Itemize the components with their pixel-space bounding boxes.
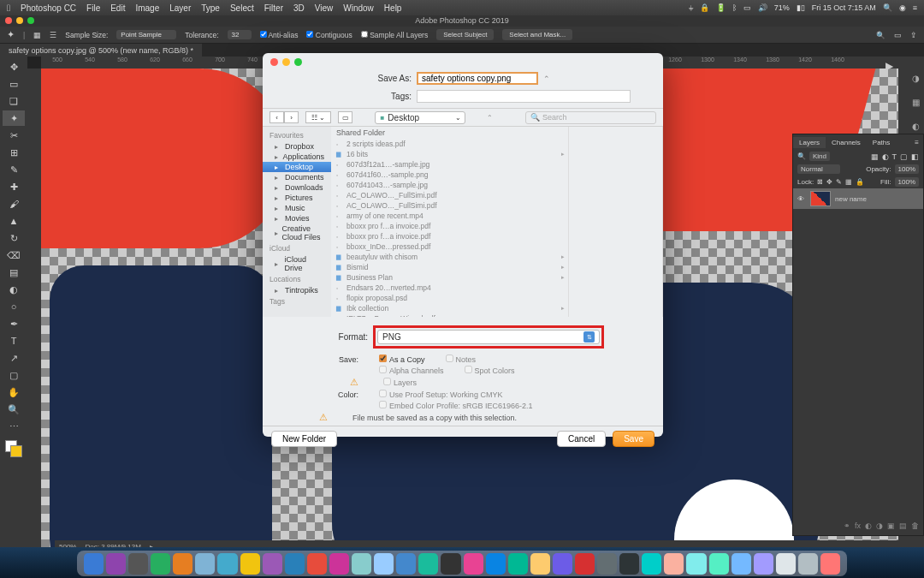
- file-item[interactable]: ▫army of one recent.mp4: [331, 211, 568, 221]
- location-select[interactable]: ■ Desktop: [375, 111, 465, 124]
- pen-tool[interactable]: ✒: [3, 316, 25, 331]
- document-tab[interactable]: safety options copy.jpg @ 500% (new name…: [0, 44, 202, 57]
- dock-app-icon[interactable]: [151, 553, 170, 575]
- stamp-tool[interactable]: ▲: [3, 213, 25, 229]
- dock-app-icon[interactable]: [106, 553, 126, 575]
- select-subject-button[interactable]: Select Subject: [436, 29, 494, 40]
- filter-smart-icon[interactable]: ◧: [911, 152, 919, 161]
- shape-tool[interactable]: ▢: [3, 367, 25, 383]
- file-item[interactable]: ▆beautyluv with chisom▸: [331, 252, 568, 262]
- marquee-tool[interactable]: ▭: [3, 76, 25, 92]
- dock-app-icon[interactable]: [709, 553, 729, 575]
- gradient-tool[interactable]: ▤: [3, 265, 25, 280]
- crop-tool[interactable]: ✂: [3, 128, 25, 143]
- edit-toolbar[interactable]: ⋯: [3, 419, 25, 434]
- sidebar-item[interactable]: ▸Tintropiks: [263, 285, 331, 295]
- file-item[interactable]: ▫AC_OLAWO…_FullSimi.pdf: [331, 190, 568, 200]
- dock-app-icon[interactable]: [418, 553, 438, 575]
- dock-app-icon[interactable]: [464, 553, 483, 575]
- paths-tab[interactable]: Paths: [867, 137, 896, 148]
- zoom-tool[interactable]: 🔍: [3, 402, 25, 417]
- move-tool[interactable]: ✥: [3, 59, 25, 74]
- cancel-button[interactable]: Cancel: [557, 431, 606, 447]
- dialog-minimize-button[interactable]: [282, 58, 290, 66]
- file-item[interactable]: ▫flopix proposal.psd: [331, 293, 568, 303]
- view-mode-select[interactable]: ☷ ⌄: [305, 111, 331, 123]
- type-tool[interactable]: T: [3, 333, 25, 349]
- file-item[interactable]: ▫2 scripts ideas.pdf: [331, 139, 568, 149]
- format-select[interactable]: PNG ⇅: [377, 330, 600, 344]
- battery-icon[interactable]: 🔋: [716, 3, 726, 12]
- sidebar-item[interactable]: ▸Desktop: [263, 162, 331, 172]
- sidebar-item[interactable]: ▸Movies: [263, 213, 331, 223]
- sidebar-item[interactable]: ▸Creative Cloud Files: [263, 223, 331, 242]
- filter-adjust-icon[interactable]: ◐: [882, 152, 889, 161]
- dock-app-icon[interactable]: [820, 553, 840, 575]
- collapse-arrow-icon[interactable]: ⌃: [487, 114, 493, 122]
- filter-pixel-icon[interactable]: ▦: [871, 152, 879, 161]
- lock-position-icon[interactable]: ✥: [826, 178, 832, 186]
- menubar-clock[interactable]: Fri 15 Oct 7:15 AM: [812, 3, 876, 12]
- dock-app-icon[interactable]: [352, 553, 371, 575]
- file-item[interactable]: ▫bboxx pro f…a invoice.pdf: [331, 231, 568, 241]
- new-folder-button[interactable]: New Folder: [271, 431, 337, 447]
- fill-adj-icon[interactable]: ◑: [876, 521, 883, 533]
- dock-app-icon[interactable]: [754, 553, 773, 575]
- lock-pixels-icon[interactable]: ✎: [836, 178, 842, 186]
- visibility-toggle-icon[interactable]: 👁: [797, 195, 806, 203]
- dock-app-icon[interactable]: [553, 553, 572, 575]
- menu-3d[interactable]: 3D: [293, 3, 305, 13]
- dock-app-icon[interactable]: [575, 553, 595, 575]
- save-button[interactable]: Save: [613, 431, 654, 447]
- file-item[interactable]: ▫Endsars 20…nverted.mp4: [331, 283, 568, 293]
- minimize-window-button[interactable]: [16, 17, 23, 24]
- sound-icon[interactable]: 🔊: [758, 3, 767, 12]
- file-column-2[interactable]: [569, 127, 663, 317]
- menu-file[interactable]: File: [86, 3, 100, 13]
- dock-app-icon[interactable]: [732, 553, 751, 575]
- expand-arrow-icon[interactable]: ⌃: [543, 74, 550, 83]
- notifications-icon[interactable]: ≡: [913, 3, 917, 12]
- hand-tool[interactable]: ✋: [3, 384, 25, 400]
- history-brush-tool[interactable]: ↻: [3, 230, 25, 246]
- fx-icon[interactable]: fx: [855, 521, 861, 533]
- healing-tool[interactable]: ✚: [3, 179, 25, 194]
- lasso-tool[interactable]: ❏: [3, 93, 25, 109]
- menu-help[interactable]: Help: [384, 3, 402, 13]
- dodge-tool[interactable]: ○: [3, 299, 25, 314]
- path-tool[interactable]: ↗: [3, 350, 25, 366]
- dock-app-icon[interactable]: [128, 553, 148, 575]
- sidebar-item[interactable]: ▸Applications: [263, 152, 331, 162]
- dock-app-icon[interactable]: [240, 553, 260, 575]
- macos-dock[interactable]: [77, 551, 847, 576]
- file-item[interactable]: ▫607d41f60…-sample.png: [331, 170, 568, 180]
- dialog-close-button[interactable]: [270, 58, 278, 66]
- file-item[interactable]: ▆16 bits▸: [331, 149, 568, 159]
- dock-app-icon[interactable]: [619, 553, 639, 575]
- layer-name[interactable]: new name: [835, 195, 867, 203]
- as-copy-checkbox[interactable]: As a Copy: [379, 355, 425, 364]
- swatches-panel-icon[interactable]: ▦: [912, 98, 924, 111]
- workspace-icon[interactable]: ▭: [894, 31, 902, 39]
- bluetooth-icon[interactable]: ᛒ: [732, 3, 737, 12]
- delete-layer-icon[interactable]: 🗑: [911, 521, 919, 533]
- dock-app-icon[interactable]: [441, 553, 460, 575]
- lock-icon[interactable]: 🔒: [700, 3, 709, 12]
- sample-size-select[interactable]: Point Sample: [116, 30, 176, 39]
- color-swatches[interactable]: [5, 440, 22, 457]
- select-mask-button[interactable]: Select and Mask...: [502, 29, 572, 40]
- tool-preset-icon[interactable]: ✦: [7, 29, 15, 40]
- layers-tab[interactable]: Layers: [793, 137, 826, 148]
- filename-input[interactable]: [417, 72, 538, 85]
- dock-app-icon[interactable]: [307, 553, 327, 575]
- dock-app-icon[interactable]: [486, 553, 506, 575]
- maximize-window-button[interactable]: [27, 17, 34, 24]
- app-name[interactable]: Photoshop CC: [21, 3, 76, 13]
- file-item[interactable]: ▫607d41043…-sample.jpg: [331, 180, 568, 190]
- sidebar-item[interactable]: ▸Downloads: [263, 182, 331, 193]
- search-field[interactable]: 🔍 Search: [525, 111, 656, 124]
- nav-forward-button[interactable]: ›: [284, 111, 299, 123]
- menu-filter[interactable]: Filter: [264, 3, 283, 13]
- dock-app-icon[interactable]: [664, 553, 684, 575]
- file-item[interactable]: ▫607d3f12a1…-sample.jpg: [331, 159, 568, 170]
